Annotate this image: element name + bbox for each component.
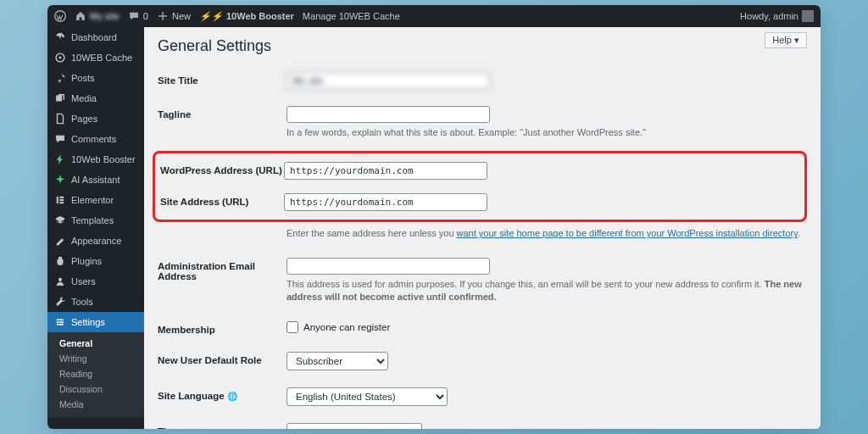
comment-icon — [128, 10, 140, 22]
new-link[interactable]: New — [157, 10, 191, 22]
sidebar-item-users[interactable]: Users — [47, 271, 144, 292]
submenu-writing[interactable]: Writing — [47, 351, 144, 366]
svg-rect-4 — [59, 197, 64, 198]
select-site-lang[interactable]: English (United States) — [287, 387, 448, 406]
input-wp-url[interactable] — [284, 162, 487, 180]
sidebar-item-label: Media — [71, 93, 97, 103]
input-admin-email[interactable] — [287, 258, 490, 275]
label-site-lang: Site Language 🌐 — [158, 387, 287, 401]
users-icon — [54, 275, 66, 287]
sidebar-item-label: 10Web Booster — [71, 154, 136, 164]
label-timezone: Timezone — [158, 423, 287, 429]
sidebar-item-elementor[interactable]: Elementor — [47, 190, 144, 210]
submenu-media[interactable]: Media — [47, 397, 144, 412]
settings-icon — [54, 316, 66, 328]
desc-admin-email: This address is used for admin purposes.… — [287, 278, 807, 304]
input-site-title[interactable] — [287, 72, 490, 89]
comments-icon — [54, 133, 66, 145]
svg-rect-6 — [59, 202, 64, 203]
select-timezone[interactable]: UTC+0 — [287, 423, 422, 429]
sidebar-item-plugins[interactable]: Plugins — [47, 251, 144, 271]
label-admin-email: Administration Email Address — [158, 258, 287, 281]
input-site-url[interactable] — [284, 193, 487, 211]
tools-icon — [54, 296, 66, 308]
checkbox-anyone-register[interactable] — [287, 321, 298, 333]
input-tagline[interactable] — [287, 106, 490, 123]
site-url-help-link[interactable]: want your site home page to be different… — [457, 228, 798, 238]
help-button[interactable]: Help ▾ — [765, 32, 807, 48]
checkbox-membership[interactable]: Anyone can register — [287, 321, 807, 333]
checkbox-label: Anyone can register — [303, 322, 390, 332]
svg-point-8 — [60, 319, 62, 320]
sidebar-item-posts[interactable]: Posts — [47, 68, 144, 88]
home-icon — [75, 10, 86, 22]
cache-label: Manage 10WEB Cache — [303, 11, 400, 21]
sidebar-item-templates[interactable]: Templates — [47, 210, 144, 231]
sidebar-submenu: General Writing Reading Discussion Media — [47, 332, 144, 417]
account-link[interactable]: Howdy, admin — [740, 10, 814, 22]
sidebar-item-media[interactable]: Media — [47, 88, 144, 108]
sidebar-item-appearance[interactable]: Appearance — [47, 231, 144, 251]
sidebar-item-label: Comments — [71, 134, 116, 144]
select-default-role[interactable]: Subscriber — [287, 352, 388, 370]
page-icon — [54, 113, 66, 125]
comments-link[interactable]: 0 — [128, 10, 148, 22]
templates-icon — [54, 214, 66, 226]
url-highlight-box: WordPress Address (URL) Site Address (UR… — [153, 151, 807, 222]
svg-point-9 — [57, 321, 58, 323]
svg-rect-3 — [57, 197, 58, 203]
label-site-title: Site Title — [158, 72, 287, 86]
svg-point-7 — [58, 278, 62, 281]
media-icon — [54, 92, 66, 104]
sidebar-item-settings[interactable]: Settings — [47, 312, 144, 332]
svg-point-2 — [59, 57, 62, 59]
submenu-discussion[interactable]: Discussion — [47, 381, 144, 397]
site-link[interactable]: My site — [75, 10, 120, 22]
sidebar-item-label: Tools — [71, 297, 93, 307]
plus-icon — [157, 10, 169, 22]
bolt-icon: ⚡⚡ — [199, 11, 223, 22]
settings-content: Help ▾ General Settings Site Title Tagli… — [144, 27, 821, 429]
sidebar-item-label: Elementor — [71, 195, 114, 205]
sidebar-item-label: Posts — [71, 73, 95, 83]
label-wp-url: WordPress Address (URL) — [155, 162, 284, 175]
ai-icon — [54, 174, 66, 186]
howdy-label: Howdy, admin — [740, 11, 798, 21]
desc-site-url: Enter the same address here unless you w… — [287, 227, 807, 240]
page-title: General Settings — [158, 37, 807, 55]
sidebar-item-label: Pages — [71, 114, 97, 124]
elementor-icon — [54, 194, 66, 206]
dashboard-icon — [54, 31, 66, 43]
admin-sidebar: Dashboard 10WEB Cache Posts Media Pages … — [47, 27, 144, 429]
avatar-icon — [802, 10, 814, 22]
sidebar-item-comments[interactable]: Comments — [47, 129, 144, 149]
cache-link[interactable]: Manage 10WEB Cache — [303, 11, 400, 21]
comments-count: 0 — [143, 11, 148, 21]
sidebar-item-10web-booster[interactable]: 10Web Booster — [47, 149, 144, 170]
desc-tagline: In a few words, explain what this site i… — [287, 126, 807, 139]
site-name: My site — [90, 11, 120, 21]
sidebar-item-dashboard[interactable]: Dashboard — [47, 27, 144, 47]
appearance-icon — [54, 235, 66, 247]
svg-rect-5 — [59, 199, 64, 201]
new-label: New — [172, 11, 191, 21]
booster-label: 10Web Booster — [226, 11, 294, 21]
sidebar-item-label: Templates — [71, 215, 114, 225]
sidebar-item-label: Settings — [71, 317, 105, 327]
sidebar-item-ai-assistant[interactable]: AI Assistant — [47, 170, 144, 190]
submenu-reading[interactable]: Reading — [47, 366, 144, 381]
label-membership: Membership — [158, 321, 287, 335]
svg-point-0 — [55, 11, 66, 22]
sidebar-item-label: Appearance — [71, 236, 121, 246]
submenu-general[interactable]: General — [47, 336, 144, 351]
wp-logo[interactable] — [54, 10, 66, 22]
sidebar-item-10web-cache[interactable]: 10WEB Cache — [47, 47, 144, 68]
sidebar-item-label: Plugins — [71, 256, 102, 266]
sidebar-item-pages[interactable]: Pages — [47, 108, 144, 129]
sidebar-item-tools[interactable]: Tools — [47, 292, 144, 312]
sidebar-item-label: Users — [71, 276, 96, 287]
label-site-url: Site Address (URL) — [155, 193, 284, 207]
sidebar-item-label: AI Assistant — [71, 175, 120, 185]
sidebar-item-label: 10WEB Cache — [71, 53, 132, 63]
booster-link[interactable]: ⚡⚡10Web Booster — [199, 11, 294, 22]
